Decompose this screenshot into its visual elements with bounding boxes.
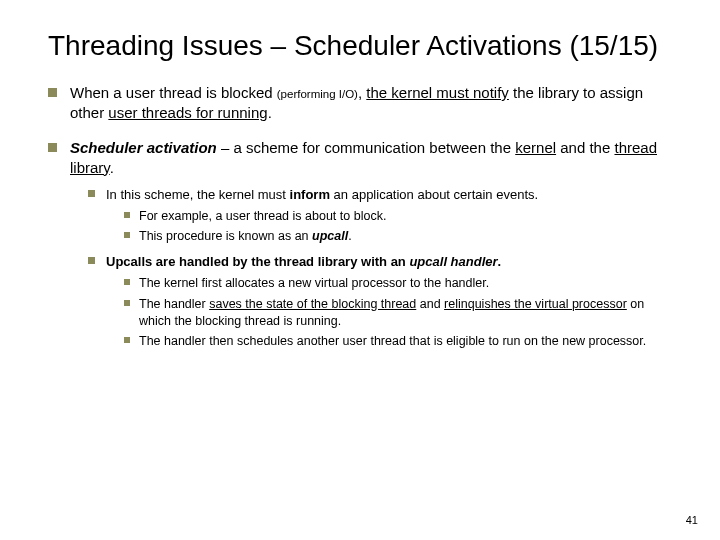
bullet-list-lvl3-a: For example, a user thread is about to b… xyxy=(124,208,672,246)
bullet-list-lvl1: When a user thread is blocked (performin… xyxy=(48,83,672,350)
b2-mid1: – a scheme for communication between the xyxy=(217,139,516,156)
bullet-list-lvl3-b: The kernel first allocates a new virtual… xyxy=(124,275,672,351)
bullet-1: When a user thread is blocked (performin… xyxy=(48,83,672,124)
b2a-ii-term: upcall xyxy=(312,229,348,243)
b2-u1: kernel xyxy=(515,139,556,156)
b2-mid2: and the xyxy=(556,139,614,156)
bullet-2b-iii: The handler then schedules another user … xyxy=(124,333,672,350)
bullet-2b-i: The kernel first allocates a new virtual… xyxy=(124,275,672,292)
page-number: 41 xyxy=(686,514,698,526)
bullet-2: Scheduler activation – a scheme for comm… xyxy=(48,138,672,351)
b2a-ii-pre: This procedure is known as an xyxy=(139,229,312,243)
b2a-pre: In this scheme, the kernel must xyxy=(106,187,290,202)
slide-title: Threading Issues – Scheduler Activations… xyxy=(48,28,672,63)
b2b-ii-mid: and xyxy=(416,297,444,311)
b2a-ii-end: . xyxy=(348,229,351,243)
b1-small: (performing I/O) xyxy=(277,88,358,100)
b2b-ii-pre: The handler xyxy=(139,297,209,311)
bullet-2b: Upcalls are handled by the thread librar… xyxy=(88,253,672,350)
b1-u1: the kernel must notify xyxy=(366,84,509,101)
b2-end: . xyxy=(110,159,114,176)
bullet-2a: In this scheme, the kernel must inform a… xyxy=(88,186,672,245)
b2a-post: an application about certain events. xyxy=(330,187,538,202)
b2b-pre: Upcalls are handled by the thread librar… xyxy=(106,254,409,269)
b2-term: Scheduler activation xyxy=(70,139,217,156)
b1-end: . xyxy=(268,104,272,121)
b2a-b: inform xyxy=(290,187,330,202)
b2b-term: upcall handler xyxy=(409,254,497,269)
b1-pre: When a user thread is blocked xyxy=(70,84,277,101)
b2b-end: . xyxy=(498,254,502,269)
bullet-list-lvl2: In this scheme, the kernel must inform a… xyxy=(88,186,672,350)
b2b-ii-u1: saves the state of the blocking thread xyxy=(209,297,416,311)
bullet-2a-i: For example, a user thread is about to b… xyxy=(124,208,672,225)
b2b-ii-u2: relinquishes the virtual processor xyxy=(444,297,627,311)
bullet-2a-ii: This procedure is known as an upcall. xyxy=(124,228,672,245)
bullet-2b-ii: The handler saves the state of the block… xyxy=(124,296,672,330)
b1-u2: user threads for running xyxy=(108,104,267,121)
